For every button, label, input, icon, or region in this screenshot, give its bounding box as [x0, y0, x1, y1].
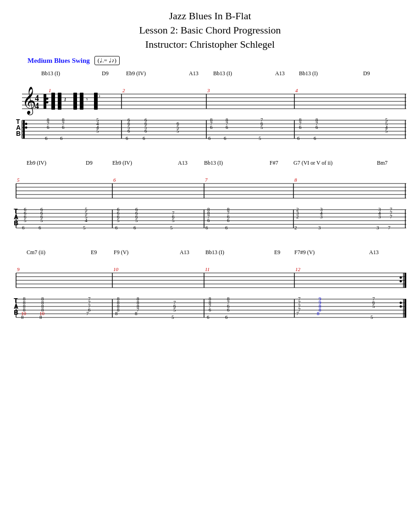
- svg-text:5: 5: [135, 217, 138, 223]
- chord-label-bb13-1: Bb13 (I): [41, 70, 60, 77]
- svg-text:6: 6: [127, 128, 130, 133]
- svg-text:5: 5: [370, 314, 373, 320]
- chord-r2-bm7: Bm7: [377, 160, 387, 166]
- svg-text:3: 3: [376, 225, 379, 230]
- bar-num-3: 3: [207, 88, 210, 93]
- svg-text:6: 6: [226, 124, 228, 130]
- svg-text:5: 5: [40, 217, 43, 223]
- bar-num-5: 5: [17, 177, 20, 183]
- svg-point-7: [46, 98, 49, 100]
- title-line3: Instructor: Christopher Schlegel: [14, 38, 406, 52]
- svg-rect-16: [73, 93, 77, 110]
- svg-text:6: 6: [299, 124, 302, 130]
- chord-r3-a13-2: A13: [369, 249, 379, 256]
- chord-label-d9-2: D9: [363, 70, 370, 77]
- bar-num-12: 12: [295, 267, 301, 272]
- page: Jazz Blues In B-Flat Lesson 2: Basic Cho…: [0, 0, 420, 506]
- tab-r1-s3-c1: 6: [47, 124, 50, 130]
- svg-text:6: 6: [297, 135, 300, 141]
- svg-text:6: 6: [143, 135, 145, 141]
- svg-text:6: 6: [314, 135, 316, 141]
- svg-text:8: 8: [21, 314, 24, 320]
- chord-r3-f7s9: F7#9 (V): [294, 249, 315, 256]
- svg-text:7: 7: [296, 311, 299, 316]
- title-line1: Jazz Blues In B-Flat: [14, 9, 406, 23]
- svg-text:6: 6: [126, 135, 128, 141]
- chord-r2-d9: D9: [86, 160, 93, 166]
- svg-text:8: 8: [115, 311, 118, 316]
- svg-text:6: 6: [315, 124, 318, 130]
- title-line2: Lesson 2: Basic Chord Progression: [14, 23, 406, 38]
- bar-num-2: 2: [122, 88, 125, 93]
- row3-notation: Cm7 (ii) E9 F9 (V) A13 Bb13 (I) E9 F7#9 …: [14, 248, 406, 323]
- svg-text:8: 8: [317, 311, 320, 316]
- staff-system-row3: Cm7 (ii) E9 F9 (V) A13 Bb13 (I) E9 F7#9 …: [14, 248, 406, 323]
- svg-text:5: 5: [172, 217, 175, 223]
- chord-label-a13-1: A13: [189, 70, 199, 77]
- svg-rect-13: [51, 93, 55, 110]
- svg-rect-14: [58, 93, 61, 110]
- svg-text:6: 6: [208, 135, 211, 141]
- row1-notation: Bb13 (I) D9 Eb9 (IV) A13 Bb13 (I) A13 Bb…: [14, 69, 406, 142]
- svg-point-30: [25, 127, 28, 129]
- svg-text:6: 6: [205, 225, 208, 230]
- svg-text:6: 6: [210, 124, 213, 130]
- treble-clef: 𝄞: [22, 87, 36, 116]
- svg-text:5: 5: [385, 128, 388, 133]
- svg-text:3: 3: [378, 214, 381, 219]
- svg-text:6: 6: [22, 225, 25, 230]
- svg-text:6: 6: [207, 314, 210, 320]
- svg-text:5: 5: [173, 307, 176, 312]
- chord-r2-fs7: F#7: [270, 160, 278, 166]
- svg-text:5: 5: [96, 128, 99, 133]
- svg-text:7: 7: [388, 225, 391, 230]
- svg-text:6: 6: [39, 225, 41, 230]
- chord-r2-eb9-1: Eb9 (IV): [27, 160, 46, 166]
- svg-text:5: 5: [117, 217, 120, 223]
- svg-text:5: 5: [24, 217, 27, 223]
- svg-text:5: 5: [177, 128, 179, 133]
- svg-point-181: [400, 302, 402, 304]
- bar-num-8: 8: [294, 177, 297, 183]
- svg-text:5: 5: [170, 225, 173, 230]
- svg-text:4: 4: [85, 217, 88, 223]
- title-block: Jazz Blues In B-Flat Lesson 2: Basic Cho…: [14, 9, 406, 51]
- svg-text:7: 7: [86, 311, 89, 316]
- svg-text:2: 2: [296, 214, 299, 219]
- svg-text:6: 6: [224, 135, 227, 141]
- svg-text:6: 6: [60, 135, 63, 141]
- staff-system-row2: Eb9 (IV) D9 Eb9 (IV) A13 Bb13 (I) F#7 G7…: [14, 158, 406, 232]
- staff-lines-row1: [22, 94, 406, 109]
- svg-text:5: 5: [372, 303, 375, 309]
- chord-r2-bb13: Bb13 (I): [204, 160, 223, 166]
- svg-text:8: 8: [135, 311, 138, 316]
- bar-num-10: 10: [113, 267, 119, 272]
- chord-r3-e9-2: E9: [274, 249, 280, 256]
- svg-point-8: [46, 101, 49, 104]
- svg-text:6: 6: [227, 307, 230, 312]
- chord-label-a13-2: A13: [275, 70, 285, 77]
- svg-text:𝄾: 𝄾: [86, 98, 88, 101]
- svg-text:6: 6: [115, 225, 118, 230]
- chord-r3-cm7: Cm7 (ii): [27, 249, 45, 256]
- chord-label-eb9-1: Eb9 (IV): [126, 70, 146, 77]
- svg-text:6: 6: [209, 307, 211, 312]
- svg-text:3: 3: [318, 225, 321, 230]
- chord-r3-bb13: Bb13 (I): [205, 249, 224, 256]
- time-sig-bottom: 4: [35, 101, 39, 111]
- svg-rect-19: [94, 93, 98, 110]
- svg-text:6: 6: [62, 124, 65, 130]
- svg-text:5: 5: [83, 225, 86, 230]
- chord-r2-a13: A13: [178, 160, 188, 166]
- svg-text:6: 6: [207, 217, 210, 223]
- svg-text:6: 6: [227, 217, 230, 223]
- svg-text:5: 5: [259, 135, 261, 141]
- bar-num-7: 7: [205, 177, 208, 183]
- staff-system-row1: Bb13 (I) D9 Eb9 (IV) A13 Bb13 (I) A13 Bb…: [14, 69, 406, 142]
- tempo-label: Medium Blues Swing: [28, 57, 90, 65]
- chord-label-bb13-3: Bb13 (I): [299, 70, 318, 77]
- row2-notation: Eb9 (IV) D9 Eb9 (IV) A13 Bb13 (I) F#7 G7…: [14, 158, 406, 232]
- tab-r1-s6-c1: 6: [45, 135, 48, 141]
- chord-r3-e9: E9: [91, 249, 97, 256]
- chord-group-bar1: 𝄽 𝄾 ›: [51, 92, 100, 110]
